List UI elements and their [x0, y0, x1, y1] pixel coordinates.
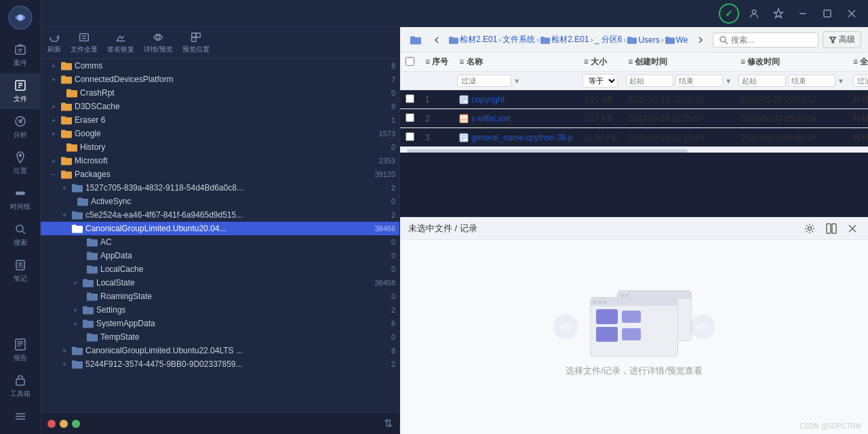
tree-row[interactable]: + 1527c705-839a-4832-9118-54d4Bd6a0c8...…: [41, 181, 399, 195]
tree-row[interactable]: RoamingState 0: [41, 290, 399, 303]
detail-body: 选择文件/记录，进行详情/预览查看: [400, 240, 868, 434]
tree-row[interactable]: + CanonicalGroupLimited.Ubuntu22.04LTS .…: [41, 344, 399, 357]
pin-icon[interactable]: [769, 4, 788, 23]
tree-row[interactable]: AC 0: [41, 235, 399, 249]
size-filter-select[interactable]: 等于: [583, 74, 618, 87]
tree-row[interactable]: − Packages 39120: [41, 167, 399, 181]
breadcrumb-item[interactable]: Users: [638, 35, 659, 45]
tree-item-name: Comms: [75, 61, 387, 71]
refresh-button[interactable]: 刷新: [47, 31, 61, 54]
sidebar-item-search[interactable]: 搜索: [0, 217, 40, 253]
sidebar-item-files[interactable]: 文件: [0, 73, 40, 109]
tree-row[interactable]: + c5e2524a-ea46-4f67-841f-6a9465d9d515..…: [41, 208, 399, 222]
file-link[interactable]: general_name.cpython-38.p: [471, 133, 572, 142]
layout-toggle-icon[interactable]: ⇅: [384, 417, 393, 430]
sidebar-item-timeline[interactable]: 时间线: [0, 181, 40, 217]
preview-location-button[interactable]: 预览位置: [182, 31, 210, 54]
col-name-header: ≡ 名称: [459, 56, 482, 68]
folder-icon: [83, 319, 94, 328]
table-row[interactable]: 3 general_name.cpython-38.p 11.02 KB 202…: [400, 128, 868, 147]
tree-row[interactable]: + D3DSCache 9: [41, 100, 399, 113]
created-start-input[interactable]: [626, 75, 673, 87]
breadcrumb-item[interactable]: 检材2.E01: [551, 34, 589, 45]
sidebar-item-menu[interactable]: [0, 404, 40, 429]
table-row[interactable]: 2 xml x-eiffel.xml 3.17 KB 2022-10-19 12…: [400, 109, 868, 128]
name-filter-input[interactable]: [457, 75, 511, 87]
fullpath-filter-input[interactable]: [853, 75, 868, 87]
tree-row[interactable]: History 0: [41, 140, 399, 154]
file-link[interactable]: copyright: [471, 95, 505, 104]
status-circle-icon[interactable]: ✓: [719, 3, 739, 24]
tree-row[interactable]: + LocalState 38458: [41, 276, 399, 290]
row-checkbox[interactable]: [406, 113, 414, 122]
select-all-checkbox[interactable]: [406, 57, 414, 66]
tree-row[interactable]: + SystemAppData 6: [41, 317, 399, 330]
folder-icon: [72, 224, 83, 233]
nav-back-icon[interactable]: [429, 33, 445, 47]
expand-icon: +: [49, 61, 58, 71]
breadcrumb-item[interactable]: 文件系统: [502, 34, 535, 45]
expand-icon: +: [71, 305, 80, 315]
folder-icon: [61, 115, 72, 125]
user-icon[interactable]: [745, 4, 764, 23]
row-checkbox[interactable]: [406, 94, 414, 103]
maximize-dot[interactable]: [72, 420, 80, 428]
row-checkbox[interactable]: [406, 132, 414, 141]
modified-cell: 2010-05-28 00:53:12: [735, 90, 848, 109]
nav-forward-icon[interactable]: [692, 33, 709, 47]
minimize-icon[interactable]: [793, 4, 812, 23]
breadcrumb-item[interactable]: _ 分区6: [595, 34, 623, 45]
tree-row[interactable]: + ConnectedDevicesPlatform 7: [41, 73, 399, 86]
modified-filter-icon[interactable]: ▼: [837, 77, 844, 85]
tree-item-count: 0: [391, 238, 395, 246]
modified-end-input[interactable]: [788, 75, 835, 87]
tree-row[interactable]: − CanonicalGroupLimited.Ubuntu20.04... 3…: [41, 222, 399, 235]
detail-preview-button[interactable]: 详情/预览: [144, 31, 173, 54]
tree-row[interactable]: AppData 0: [41, 249, 399, 262]
minimize-dot[interactable]: [60, 420, 68, 428]
breadcrumb-item[interactable]: 检材2.E01: [460, 34, 497, 45]
tree-item-count: 38466: [374, 224, 395, 233]
tree-row[interactable]: TempState 0: [41, 330, 399, 344]
sidebar-item-label: 工具箱: [10, 389, 31, 399]
detail-settings-icon[interactable]: [802, 222, 818, 235]
sidebar-item-notes[interactable]: 笔记: [0, 253, 40, 289]
sidebar-item-analyze[interactable]: 分析: [0, 109, 40, 145]
maximize-icon[interactable]: [818, 4, 837, 23]
search-input[interactable]: [731, 35, 812, 45]
file-all-button[interactable]: 文件全显: [71, 31, 98, 54]
created-filter-icon[interactable]: ▼: [725, 77, 732, 85]
tree-row[interactable]: + Google 1573: [41, 127, 399, 140]
created-end-input[interactable]: [675, 75, 723, 87]
detail-close-icon[interactable]: [845, 222, 860, 235]
name-filter-icon[interactable]: ▼: [513, 77, 520, 85]
sidebar-item-report[interactable]: 报告: [0, 332, 40, 368]
table-row[interactable]: 1 copyright 1.21 KB 2022-10-19 12:20:43 …: [400, 90, 868, 109]
modified-start-input[interactable]: [738, 75, 786, 87]
tree-row[interactable]: + Microsoft 2353: [41, 154, 399, 167]
fullpath-cell: 检材2.E01/分...: [848, 109, 868, 128]
detail-panel: 未选中文件 / 记录: [400, 217, 868, 434]
created-cell: 2022-10-19 12:20:57: [623, 109, 735, 128]
tree-row[interactable]: CrashRpt 0: [41, 86, 399, 100]
signature-button[interactable]: 签名恢复: [107, 31, 134, 54]
sidebar-item-tools[interactable]: 工具箱: [0, 368, 40, 404]
detail-layout-icon[interactable]: [823, 222, 840, 235]
folder-icon: [72, 183, 83, 193]
close-dot[interactable]: [47, 420, 56, 428]
file-link[interactable]: x-eiffel.xml: [471, 114, 510, 123]
close-icon[interactable]: [842, 4, 861, 23]
tree-row[interactable]: + 5244F912-3574-4475-9BB0-9D02337859... …: [41, 357, 399, 371]
folder-icon-btn[interactable]: [407, 33, 425, 47]
tree-row[interactable]: LocalCache 0: [41, 262, 399, 276]
tree-row[interactable]: + Comms 8: [41, 59, 399, 73]
sidebar-item-location[interactable]: 位置: [0, 145, 40, 181]
size-cell: 11.02 KB: [578, 128, 623, 147]
breadcrumb-item[interactable]: Web K: [676, 35, 688, 45]
file-tree[interactable]: + Comms 8 + ConnectedDevicesPlatform 7 C…: [41, 59, 399, 412]
tree-row[interactable]: ActiveSync 0: [41, 195, 399, 208]
tree-row[interactable]: + Eraser 6 1: [41, 113, 399, 127]
tree-row[interactable]: + Settings 2: [41, 303, 399, 317]
advanced-search-button[interactable]: 高级: [823, 31, 861, 48]
sidebar-item-cases[interactable]: 案件: [0, 37, 40, 73]
